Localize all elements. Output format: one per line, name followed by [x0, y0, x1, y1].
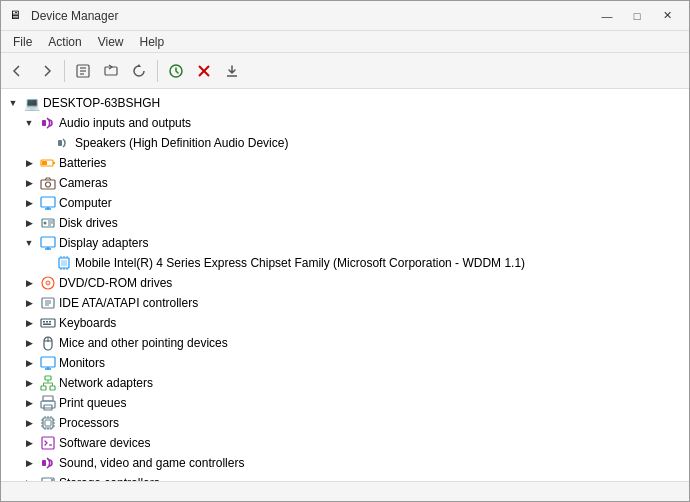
- disk-expander[interactable]: ▶: [21, 215, 37, 231]
- processor-icon: [40, 415, 56, 431]
- list-item[interactable]: ▶ Storage controllers: [1, 473, 689, 481]
- menu-action[interactable]: Action: [40, 33, 89, 51]
- list-item[interactable]: ▶ Network adapters: [1, 373, 689, 393]
- update-driver-button[interactable]: [98, 58, 124, 84]
- scan-button[interactable]: [163, 58, 189, 84]
- window-icon: 🖥: [9, 8, 25, 24]
- svg-rect-43: [43, 321, 45, 323]
- cameras-label: Cameras: [59, 176, 108, 190]
- svg-rect-14: [41, 180, 55, 189]
- speaker-label: Speakers (High Definition Audio Device): [75, 136, 288, 150]
- list-item[interactable]: ▶ Computer: [1, 193, 689, 213]
- properties-button[interactable]: [70, 58, 96, 84]
- svg-rect-16: [41, 197, 55, 207]
- svg-rect-12: [53, 162, 55, 164]
- svg-rect-53: [41, 386, 46, 390]
- list-item[interactable]: ▶ Speakers (High Definition Audio Device…: [1, 133, 689, 153]
- menu-file[interactable]: File: [5, 33, 40, 51]
- list-item[interactable]: ▼ Audio inputs and outputs: [1, 113, 689, 133]
- svg-point-15: [46, 182, 51, 187]
- keyboard-expander[interactable]: ▶: [21, 315, 37, 331]
- network-expander[interactable]: ▶: [21, 375, 37, 391]
- back-button[interactable]: [5, 58, 31, 84]
- status-bar: [1, 481, 689, 501]
- mice-icon: [40, 335, 56, 351]
- list-item[interactable]: ▶ Monitors: [1, 353, 689, 373]
- mice-expander[interactable]: ▶: [21, 335, 37, 351]
- processor-expander[interactable]: ▶: [21, 415, 37, 431]
- display-icon: [40, 235, 56, 251]
- computer-label: Computer: [59, 196, 112, 210]
- maximize-button[interactable]: □: [623, 5, 651, 27]
- refresh-button[interactable]: [126, 58, 152, 84]
- keyboard-icon: [40, 315, 56, 331]
- display-expander[interactable]: ▼: [21, 235, 37, 251]
- dvd-expander[interactable]: ▶: [21, 275, 37, 291]
- list-item[interactable]: ▶ Mice and other pointing devices: [1, 333, 689, 353]
- svg-rect-63: [45, 420, 51, 426]
- toolbar-sep-2: [157, 60, 158, 82]
- list-item[interactable]: ▶ Mobile Intel(R) 4 Series Express Chips…: [1, 253, 689, 273]
- svg-rect-78: [42, 460, 46, 466]
- batteries-icon: [40, 155, 56, 171]
- menu-help[interactable]: Help: [132, 33, 173, 51]
- monitors-label: Monitors: [59, 356, 105, 370]
- mice-label: Mice and other pointing devices: [59, 336, 228, 350]
- minimize-button[interactable]: —: [593, 5, 621, 27]
- root-expander[interactable]: ▼: [5, 95, 21, 111]
- window-title: Device Manager: [31, 9, 118, 23]
- svg-rect-28: [61, 260, 67, 266]
- tree-view[interactable]: ▼ 💻 DESKTOP-63BSHGH ▼ Audio inputs and o…: [1, 89, 689, 481]
- list-item[interactable]: ▶ Cameras: [1, 173, 689, 193]
- svg-rect-52: [45, 376, 51, 380]
- computer-expander[interactable]: ▶: [21, 195, 37, 211]
- sound-expander[interactable]: ▶: [21, 455, 37, 471]
- root-icon: 💻: [24, 95, 40, 111]
- title-bar: 🖥 Device Manager — □ ✕: [1, 1, 689, 31]
- list-item[interactable]: ▶ IDE ATA/ATAPI controllers: [1, 293, 689, 313]
- list-item[interactable]: ▼ Display adapters: [1, 233, 689, 253]
- disk-label: Disk drives: [59, 216, 118, 230]
- list-item[interactable]: ▶ Disk drives: [1, 213, 689, 233]
- svg-point-20: [44, 222, 47, 225]
- list-item[interactable]: ▶ DVD/CD-ROM drives: [1, 273, 689, 293]
- software-label: Software devices: [59, 436, 150, 450]
- download-button[interactable]: [219, 58, 245, 84]
- svg-rect-9: [42, 120, 46, 126]
- tree-root[interactable]: ▼ 💻 DESKTOP-63BSHGH: [1, 93, 689, 113]
- network-label: Network adapters: [59, 376, 153, 390]
- svg-rect-49: [41, 357, 55, 367]
- batteries-label: Batteries: [59, 156, 106, 170]
- title-bar-left: 🖥 Device Manager: [9, 8, 118, 24]
- menu-bar: File Action View Help: [1, 31, 689, 53]
- computer-icon: [40, 195, 56, 211]
- toolbar: [1, 53, 689, 89]
- list-item[interactable]: ▶ Batteries: [1, 153, 689, 173]
- chip-icon: [56, 255, 72, 271]
- software-expander[interactable]: ▶: [21, 435, 37, 451]
- monitors-expander[interactable]: ▶: [21, 355, 37, 371]
- svg-rect-13: [42, 161, 47, 165]
- list-item[interactable]: ▶ Sound, video and game controllers: [1, 453, 689, 473]
- list-item[interactable]: ▶ Processors: [1, 413, 689, 433]
- root-label: DESKTOP-63BSHGH: [43, 96, 160, 110]
- svg-rect-46: [43, 324, 51, 326]
- dvd-icon: [40, 275, 56, 291]
- print-icon: [40, 395, 56, 411]
- batteries-expander[interactable]: ▶: [21, 155, 37, 171]
- list-item[interactable]: ▶ Print queues: [1, 393, 689, 413]
- list-item[interactable]: ▶ Keyboards: [1, 313, 689, 333]
- menu-view[interactable]: View: [90, 33, 132, 51]
- ide-expander[interactable]: ▶: [21, 295, 37, 311]
- device-manager-window: 🖥 Device Manager — □ ✕ File Action View …: [0, 0, 690, 502]
- audio-label: Audio inputs and outputs: [59, 116, 191, 130]
- svg-rect-76: [42, 437, 54, 449]
- cameras-expander[interactable]: ▶: [21, 175, 37, 191]
- print-expander[interactable]: ▶: [21, 395, 37, 411]
- list-item[interactable]: ▶ Software devices: [1, 433, 689, 453]
- audio-expander[interactable]: ▼: [21, 115, 37, 131]
- uninstall-button[interactable]: [191, 58, 217, 84]
- close-button[interactable]: ✕: [653, 5, 681, 27]
- monitors-icon: [40, 355, 56, 371]
- forward-button[interactable]: [33, 58, 59, 84]
